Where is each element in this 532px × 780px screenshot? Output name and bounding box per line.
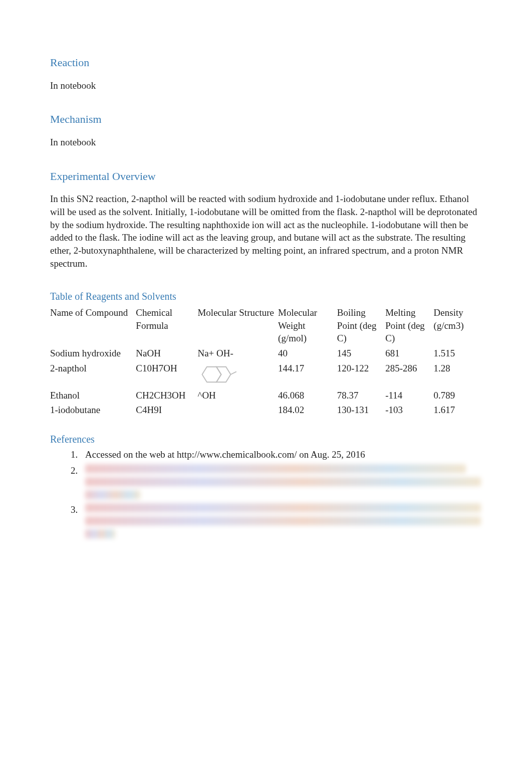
th-density: Density (g/cm3): [434, 305, 482, 346]
cell-density: 1.515: [434, 346, 482, 361]
reagents-table: Name of Compound Chemical Formula Molecu…: [50, 305, 482, 418]
cell-name: Sodium hydroxide: [50, 346, 136, 361]
table-header-row: Name of Compound Chemical Formula Molecu…: [50, 305, 482, 346]
cell-mp: 285-286: [385, 361, 433, 388]
mechanism-body: In notebook: [50, 136, 482, 149]
th-name: Name of Compound: [50, 305, 136, 346]
cell-bp: 120-122: [337, 361, 385, 388]
th-formula: Chemical Formula: [136, 305, 197, 346]
cell-mw: 184.02: [278, 403, 337, 418]
cell-structure: [197, 361, 278, 388]
cell-bp: 130-131: [337, 403, 385, 418]
heading-overview: Experimental Overview: [50, 169, 482, 184]
reference-item: Accessed on the web at http://www.chemic…: [80, 448, 482, 461]
svg-marker-1: [216, 367, 231, 382]
cell-mp: -114: [385, 388, 433, 403]
table-row: 1-iodobutane C4H9I 184.02 130-131 -103 1…: [50, 403, 482, 418]
naphthol-structure-icon: [197, 362, 245, 387]
cell-structure: [197, 403, 278, 418]
cell-structure: Na+ OH-: [197, 346, 278, 361]
cell-density: 1.28: [434, 361, 482, 388]
heading-reaction: Reaction: [50, 55, 482, 70]
cell-formula: CH2CH3OH: [136, 388, 197, 403]
cell-formula: NaOH: [136, 346, 197, 361]
reference-item-obscured: [80, 503, 482, 538]
cell-name: 2-napthol: [50, 361, 136, 388]
reference-item-obscured: [80, 464, 482, 499]
cell-density: 0.789: [434, 388, 482, 403]
cell-mw: 40: [278, 346, 337, 361]
heading-table: Table of Reagents and Solvents: [50, 290, 482, 303]
th-bp: Boiling Point (deg C): [337, 305, 385, 346]
table-row: Sodium hydroxide NaOH Na+ OH- 40 145 681…: [50, 346, 482, 361]
cell-mp: 681: [385, 346, 433, 361]
overview-body: In this SN2 reaction, 2-napthol will be …: [50, 192, 482, 270]
cell-bp: 145: [337, 346, 385, 361]
table-row: Ethanol CH2CH3OH ^OH 46.068 78.37 -114 0…: [50, 388, 482, 403]
cell-name: Ethanol: [50, 388, 136, 403]
th-structure: Molecular Structure: [197, 305, 278, 346]
cell-formula: C10H7OH: [136, 361, 197, 388]
cell-mw: 144.17: [278, 361, 337, 388]
references-section: References Accessed on the web at http:/…: [50, 433, 482, 538]
cell-mp: -103: [385, 403, 433, 418]
heading-mechanism: Mechanism: [50, 112, 482, 127]
th-mp: Melting Point (deg C): [385, 305, 433, 346]
cell-density: 1.617: [434, 403, 482, 418]
cell-formula: C4H9I: [136, 403, 197, 418]
heading-references: References: [50, 433, 482, 446]
th-mw: Molecular Weight (g/mol): [278, 305, 337, 346]
cell-structure: ^OH: [197, 388, 278, 403]
obscured-text-icon: [85, 464, 482, 499]
cell-bp: 78.37: [337, 388, 385, 403]
cell-name: 1-iodobutane: [50, 403, 136, 418]
obscured-text-icon: [85, 503, 482, 538]
references-list: Accessed on the web at http://www.chemic…: [50, 448, 482, 538]
reaction-body: In notebook: [50, 79, 482, 92]
cell-mw: 46.068: [278, 388, 337, 403]
svg-line-2: [231, 371, 236, 374]
table-row: 2-napthol C10H7OH 144.17 120-122 285-286…: [50, 361, 482, 388]
page: Reaction In notebook Mechanism In notebo…: [0, 0, 532, 780]
